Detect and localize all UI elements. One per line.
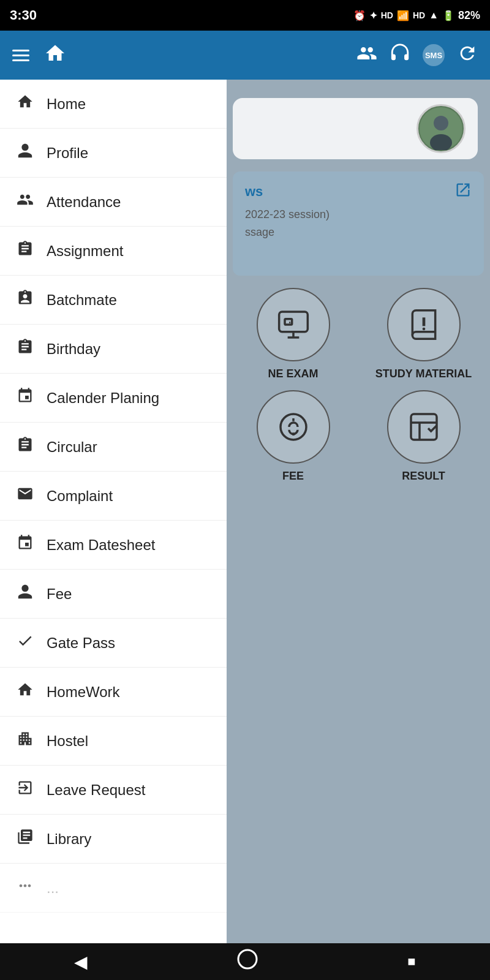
- sidebar-item-leave-request[interactable]: Leave Request: [0, 766, 227, 815]
- profile-icon: [15, 142, 36, 164]
- sidebar-label-more: ...: [47, 880, 59, 897]
- hostel-icon: [15, 730, 36, 752]
- sidebar-label-hostel: Hostel: [47, 733, 88, 750]
- sidebar-label-leave-request: Leave Request: [47, 782, 145, 799]
- svg-point-9: [238, 950, 257, 968]
- sidebar-label-calender-planing: Calender Planing: [47, 390, 159, 407]
- svg-point-7: [281, 414, 306, 440]
- news-message: ssage: [245, 226, 472, 239]
- news-section: ws 2022-23 session) ssage: [233, 172, 484, 276]
- sidebar-item-attendance[interactable]: Attendance: [0, 178, 227, 227]
- complaint-icon: [15, 485, 36, 507]
- signal-icon: 📶: [397, 10, 409, 21]
- top-nav-bar: SMS: [0, 31, 490, 80]
- sidebar-label-batchmate: Batchmate: [47, 292, 117, 309]
- sidebar-item-complaint[interactable]: Complaint: [0, 472, 227, 521]
- right-content-area: ws 2022-23 session) ssage NE EXAM: [227, 80, 490, 943]
- menu-button[interactable]: [12, 50, 29, 61]
- more-icon: [15, 877, 36, 899]
- home-button[interactable]: [236, 948, 258, 975]
- svg-point-6: [422, 328, 425, 331]
- online-exam-circle: [257, 288, 330, 361]
- news-title: ws: [245, 184, 263, 200]
- sidebar-item-more[interactable]: ...: [0, 864, 227, 913]
- status-bar: 3:30 ⏰ ✦ HD 📶 HD ▲ 🔋 82%: [0, 0, 490, 31]
- sidebar-label-assignment: Assignment: [47, 243, 123, 260]
- bluetooth-icon: ✦: [369, 10, 377, 21]
- status-time: 3:30: [10, 7, 37, 23]
- connect-icon[interactable]: [356, 43, 377, 68]
- fee-circle: [257, 390, 330, 464]
- exam-datesheet-icon: [15, 534, 36, 556]
- main-layout: Home Profile Attendance Assignment: [0, 80, 490, 943]
- signal-bars-icon: ▲: [429, 10, 439, 21]
- sidebar-item-calender-planing[interactable]: Calender Planing: [0, 374, 227, 423]
- sidebar-label-attendance: Attendance: [47, 194, 121, 211]
- sidebar-item-assignment[interactable]: Assignment: [0, 227, 227, 276]
- study-material-circle: [387, 288, 461, 361]
- circular-icon: [15, 436, 36, 458]
- sidebar-item-birthday[interactable]: Birthday: [0, 325, 227, 374]
- sidebar-label-home: Home: [47, 96, 86, 113]
- sidebar-label-fee: Fee: [47, 586, 72, 603]
- leave-request-icon: [15, 779, 36, 801]
- result-label: RESULT: [402, 470, 445, 483]
- refresh-icon[interactable]: [457, 43, 478, 68]
- sms-icon[interactable]: SMS: [423, 44, 445, 66]
- sidebar-item-exam-datesheet[interactable]: Exam Datesheet: [0, 521, 227, 570]
- sidebar-label-profile: Profile: [47, 145, 88, 162]
- news-session: 2022-23 session): [245, 208, 472, 221]
- hd-label2: HD: [413, 10, 425, 20]
- sidebar-item-circular[interactable]: Circular: [0, 423, 227, 472]
- svg-rect-3: [279, 312, 307, 332]
- fee-icon: [15, 583, 36, 605]
- assignment-icon: [15, 240, 36, 262]
- sidebar-item-homework[interactable]: HomeWork: [0, 668, 227, 717]
- external-link-icon[interactable]: [454, 181, 472, 202]
- svg-point-1: [434, 116, 448, 130]
- headset-icon[interactable]: [390, 43, 410, 68]
- quick-item-result[interactable]: RESULT: [363, 390, 484, 483]
- sidebar-label-homework: HomeWork: [47, 684, 120, 701]
- sidebar-item-hostel[interactable]: Hostel: [0, 717, 227, 766]
- quick-access-grid: NE EXAM STUDY MATERIAL: [233, 288, 484, 483]
- attendance-icon: [15, 191, 36, 213]
- svg-rect-4: [285, 319, 292, 325]
- gate-pass-icon: [15, 632, 36, 654]
- fee-label: FEE: [282, 470, 304, 483]
- recents-button[interactable]: ■: [407, 954, 415, 970]
- sidebar-item-profile[interactable]: Profile: [0, 129, 227, 178]
- sidebar: Home Profile Attendance Assignment: [0, 80, 227, 943]
- hd-label1: HD: [381, 10, 393, 20]
- library-icon: [15, 828, 36, 850]
- quick-item-study-material[interactable]: STUDY MATERIAL: [363, 288, 484, 380]
- home-nav-icon[interactable]: [44, 42, 66, 69]
- sidebar-item-fee[interactable]: Fee: [0, 570, 227, 619]
- back-button[interactable]: ◀: [74, 952, 88, 972]
- quick-item-fee[interactable]: FEE: [233, 390, 353, 483]
- sidebar-item-batchmate[interactable]: Batchmate: [0, 276, 227, 325]
- batchmate-icon: [15, 289, 36, 311]
- svg-marker-5: [422, 317, 425, 326]
- calender-icon: [15, 387, 36, 409]
- nav-left-group: [12, 42, 66, 69]
- sidebar-label-birthday: Birthday: [47, 341, 100, 358]
- alarm-icon: ⏰: [353, 10, 366, 21]
- bottom-nav: ◀ ■: [0, 943, 490, 980]
- nav-right-group: SMS: [356, 43, 478, 68]
- sidebar-label-gate-pass: Gate Pass: [47, 635, 115, 652]
- study-material-label: STUDY MATERIAL: [375, 368, 472, 380]
- sidebar-item-home[interactable]: Home: [0, 80, 227, 129]
- sidebar-label-exam-datesheet: Exam Datesheet: [47, 537, 155, 554]
- avatar: [417, 104, 466, 153]
- profile-card: [233, 98, 478, 159]
- result-circle: [387, 390, 461, 464]
- sidebar-item-library[interactable]: Library: [0, 815, 227, 864]
- quick-item-online-exam[interactable]: NE EXAM: [233, 288, 353, 380]
- online-exam-label: NE EXAM: [268, 368, 318, 380]
- home-icon: [15, 93, 36, 115]
- battery-percent: 82%: [458, 9, 480, 22]
- birthday-icon: [15, 338, 36, 360]
- sidebar-label-complaint: Complaint: [47, 488, 113, 505]
- sidebar-item-gate-pass[interactable]: Gate Pass: [0, 619, 227, 668]
